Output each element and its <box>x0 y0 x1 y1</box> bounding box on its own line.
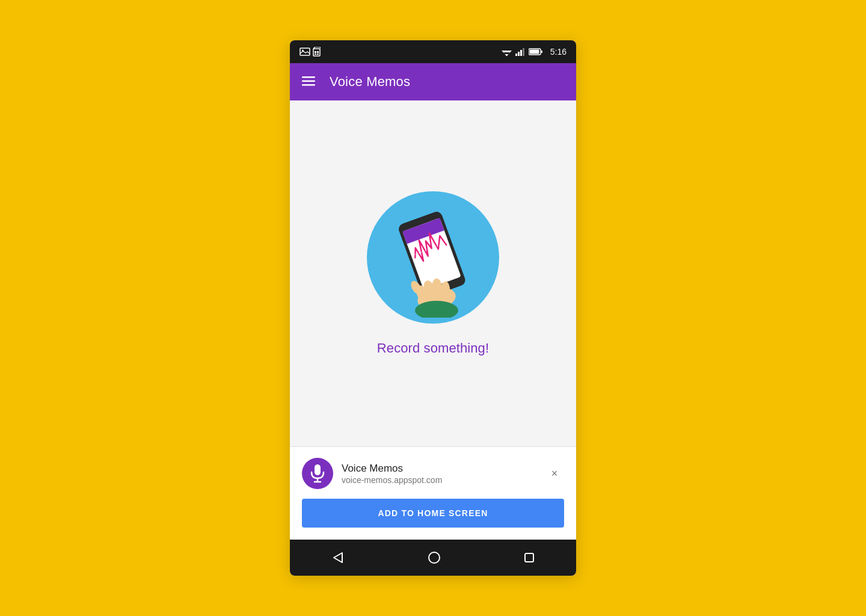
home-circle-icon <box>428 551 441 564</box>
svg-rect-16 <box>541 51 542 53</box>
menu-lines <box>302 76 315 86</box>
main-content: Record something! <box>290 100 576 446</box>
svg-rect-18 <box>302 76 315 78</box>
banner-app-name: Voice Memos <box>342 462 545 475</box>
svg-rect-17 <box>529 50 539 54</box>
svg-rect-13 <box>520 50 522 56</box>
app-title: Voice Memos <box>330 74 410 90</box>
svg-rect-33 <box>315 464 321 475</box>
svg-rect-6 <box>317 54 319 55</box>
svg-rect-5 <box>315 54 316 55</box>
back-button[interactable] <box>331 551 345 564</box>
svg-rect-2 <box>313 49 320 56</box>
status-right-icons: 5:16 <box>502 47 567 57</box>
wifi-icon <box>502 48 512 56</box>
svg-rect-19 <box>302 81 315 82</box>
svg-rect-14 <box>523 48 524 56</box>
nav-bar <box>290 540 576 576</box>
banner-top-row: Voice Memos voice-memos.appspot.com × <box>302 458 564 489</box>
svg-rect-11 <box>515 54 517 56</box>
battery-icon <box>529 48 543 55</box>
banner-app-info: Voice Memos voice-memos.appspot.com <box>342 462 545 485</box>
hamburger-icon[interactable] <box>302 74 315 90</box>
svg-rect-4 <box>317 51 319 53</box>
banner-close-button[interactable]: × <box>545 464 564 483</box>
status-left-icons <box>299 47 321 57</box>
illustration-circle <box>367 191 499 324</box>
svg-rect-20 <box>302 84 315 86</box>
recents-icon <box>524 552 535 563</box>
status-time: 5:16 <box>550 47 567 57</box>
svg-marker-36 <box>334 553 342 562</box>
sim-icon <box>313 47 321 57</box>
microphone-icon <box>309 464 326 483</box>
svg-rect-38 <box>525 553 533 562</box>
image-icon <box>299 48 310 56</box>
recents-button[interactable] <box>524 552 535 563</box>
home-button[interactable] <box>428 551 441 564</box>
phone-frame: 5:16 Voice Memos <box>290 40 576 576</box>
status-bar: 5:16 <box>290 40 576 63</box>
svg-point-37 <box>429 552 440 563</box>
add-to-home-screen-button[interactable]: ADD TO HOME SCREEN <box>302 499 564 528</box>
svg-rect-3 <box>315 51 316 53</box>
app-icon-circle <box>302 458 333 489</box>
banner-app-url: voice-memos.appspot.com <box>342 475 545 485</box>
voice-memo-illustration <box>379 197 487 318</box>
record-something-text: Record something! <box>377 340 489 356</box>
signal-icon <box>515 48 525 56</box>
svg-rect-0 <box>300 48 310 55</box>
app-bar: Voice Memos <box>290 63 576 100</box>
svg-rect-12 <box>518 52 520 56</box>
back-icon <box>331 551 345 564</box>
add-to-home-banner: Voice Memos voice-memos.appspot.com × AD… <box>290 446 576 540</box>
